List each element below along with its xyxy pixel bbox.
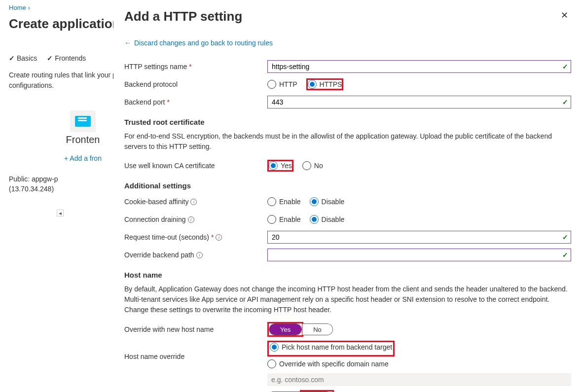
ca-no-radio[interactable]: No [302, 161, 323, 170]
highlight-ca-yes: Yes [267, 160, 293, 172]
trusted-cert-heading: Trusted root certificate [124, 118, 571, 126]
protocol-https-radio[interactable]: HTTPS [308, 80, 342, 89]
tab-basics[interactable]: Basics [9, 54, 37, 62]
scroll-left-icon[interactable]: ◄ [57, 210, 64, 216]
protocol-http-radio[interactable]: HTTP [267, 80, 297, 89]
highlight-override-yes: Yes [267, 322, 303, 337]
cookie-disable-radio[interactable]: Disable [310, 197, 345, 206]
additional-heading: Additional settings [124, 181, 571, 190]
info-icon[interactable]: i [196, 252, 203, 258]
check-icon [9, 54, 15, 62]
override-yes[interactable]: Yes [269, 324, 301, 335]
backend-port-label: Backend port * [124, 98, 267, 106]
check-icon: ✓ [562, 233, 568, 241]
blade-title: Add a HTTP setting [124, 9, 242, 24]
check-icon: ✓ [562, 98, 568, 106]
trusted-cert-text: For end-to-end SSL encryption, the backe… [124, 131, 571, 152]
http-setting-blade: Add a HTTP setting ✕ Discard changes and… [113, 0, 582, 392]
hostname-override-label: Host name override [124, 341, 267, 360]
pick-hostname-radio[interactable]: Pick host name from backend target [270, 343, 392, 352]
highlight-probes-no: No [300, 390, 334, 392]
check-icon: ✓ [562, 251, 568, 259]
tab-frontends[interactable]: Frontends [47, 54, 86, 62]
frontend-icon [70, 110, 96, 132]
info-icon[interactable]: i [216, 234, 222, 241]
ca-yes-radio[interactable]: Yes [269, 161, 292, 170]
use-ca-label: Use well known CA certificate [124, 162, 267, 170]
override-path-label: Override backend path i [124, 251, 267, 259]
chevron-right-icon: › [28, 4, 30, 11]
settings-name-label: HTTP settings name * [124, 63, 267, 71]
settings-name-input[interactable] [267, 60, 571, 73]
add-frontend-link[interactable]: + Add a fron [64, 154, 102, 162]
check-icon [47, 54, 53, 62]
info-icon[interactable]: i [188, 216, 194, 223]
breadcrumb-home[interactable]: Home [9, 4, 26, 11]
hostname-input [267, 373, 571, 386]
highlight-https: HTTPS [306, 78, 344, 90]
info-icon[interactable]: i [190, 199, 197, 205]
drain-disable-radio[interactable]: Disable [310, 215, 345, 224]
close-icon[interactable]: ✕ [558, 9, 571, 22]
hostname-heading: Host name [124, 271, 571, 279]
override-path-input[interactable] [267, 249, 571, 261]
override-hostname-toggle: Yes [269, 323, 302, 335]
backend-protocol-label: Backend protocol [124, 80, 267, 88]
drain-label: Connection draining i [124, 215, 267, 223]
override-no[interactable]: No [302, 324, 332, 335]
highlight-pick-hostname: Pick host name from backend target [267, 341, 395, 356]
check-icon: ✓ [562, 63, 568, 71]
timeout-input[interactable] [267, 231, 571, 244]
override-hostname-label: Override with new host name [124, 325, 267, 333]
discard-link[interactable]: Discard changes and go back to routing r… [124, 39, 571, 47]
backend-port-input[interactable] [267, 96, 571, 108]
cookie-enable-radio[interactable]: Enable [267, 197, 301, 206]
cookie-label: Cookie-based affinity i [124, 198, 267, 206]
drain-enable-radio[interactable]: Enable [267, 215, 301, 224]
hostname-text: By default, Application Gateway does not… [124, 284, 571, 315]
specific-hostname-radio[interactable]: Override with specific domain name [267, 359, 571, 368]
timeout-label: Request time-out (seconds) * i [124, 233, 267, 241]
